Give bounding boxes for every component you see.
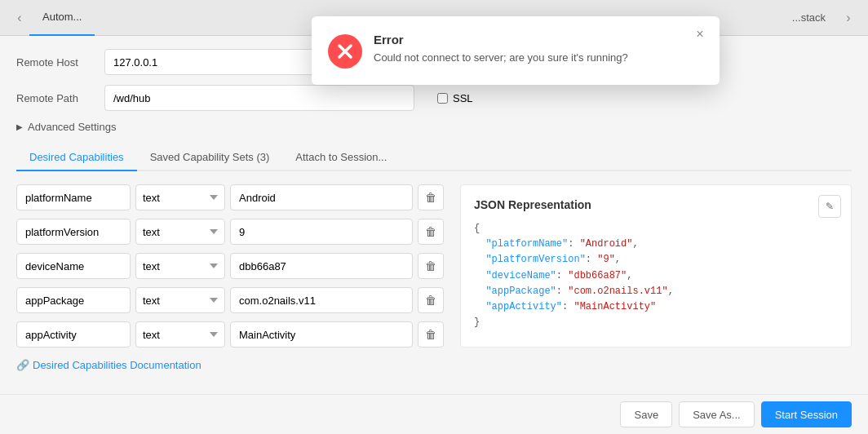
error-dialog: Error Could not connect to server; are y… bbox=[312, 16, 720, 85]
dialog-overlay: Error Could not connect to server; are y… bbox=[0, 0, 868, 434]
error-content: Error Could not connect to server; are y… bbox=[374, 33, 700, 64]
dialog-close-button[interactable]: × bbox=[692, 26, 708, 42]
error-icon bbox=[328, 34, 362, 69]
app-container: ‹ Autom... ...stack › Remote Host Remote… bbox=[0, 0, 868, 434]
error-message: Could not connect to server; are you sur… bbox=[374, 51, 700, 64]
error-title: Error bbox=[374, 33, 700, 46]
